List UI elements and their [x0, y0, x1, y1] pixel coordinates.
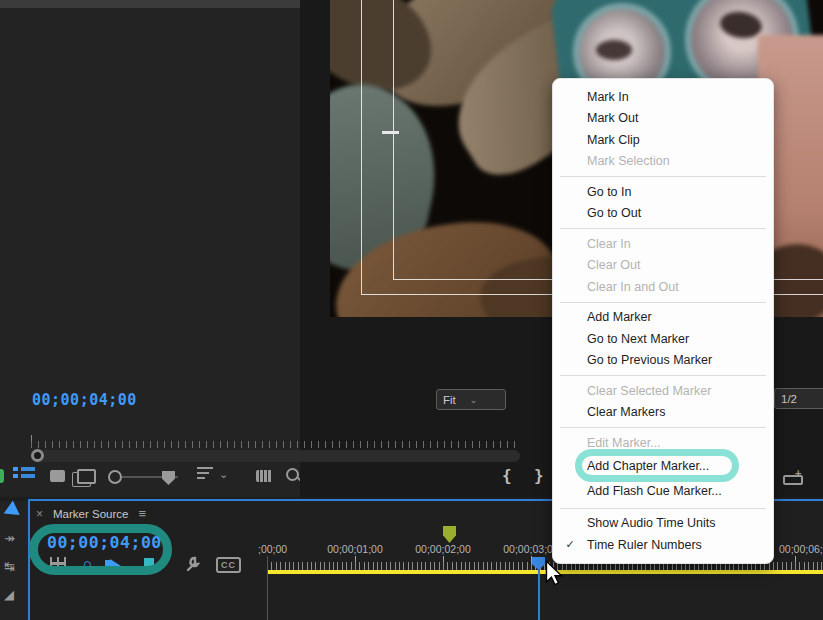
- menu-item-label: Mark Selection: [587, 154, 670, 168]
- menu-item-label: Add Chapter Marker...: [587, 459, 709, 473]
- menu-item-clear-out: Clear Out: [553, 255, 773, 277]
- monitor-time-ruler[interactable]: [31, 437, 521, 448]
- project-panel: ⌄: [0, 8, 300, 497]
- timeline-ruler-label: 00;00;06;00: [779, 543, 823, 555]
- menu-separator: [560, 228, 766, 229]
- project-readout-icon: [0, 469, 4, 483]
- sort-icon[interactable]: [197, 467, 213, 482]
- playback-resolution-dropdown[interactable]: 1/2: [774, 388, 823, 409]
- menu-item-label: Mark In: [587, 90, 629, 104]
- track-select-tool-icon[interactable]: ↠: [4, 531, 15, 546]
- zoom-level-value: Fit: [443, 391, 456, 409]
- menu-item-mark-in[interactable]: Mark In: [553, 86, 773, 108]
- timeline-ruler-label: 00;00;03;00: [503, 543, 558, 555]
- monitor-zoom-scrollbar[interactable]: [31, 450, 520, 462]
- menu-separator: [560, 427, 766, 428]
- menu-item-label: Clear Selected Marker: [587, 384, 711, 398]
- menu-item-label: Mark Clip: [587, 133, 640, 147]
- menu-item-add-chapter-marker[interactable]: Add Chapter Marker...: [553, 454, 773, 479]
- menu-item-label: Go to In: [587, 185, 631, 199]
- menu-separator: [560, 375, 766, 376]
- premiere-app-window: ⌄ 00;00;04;00 Fit ⌄ 1/2: [0, 0, 823, 620]
- timeline-timecode[interactable]: 00;00;04;00: [47, 533, 162, 552]
- list-view-icon[interactable]: [13, 467, 35, 481]
- panel-menu-icon[interactable]: ≡: [138, 506, 146, 521]
- playhead-line: [538, 568, 540, 620]
- timeline-ruler-label: ;00;00: [258, 543, 287, 555]
- captions-icon[interactable]: CC: [216, 557, 241, 573]
- menu-item-label: Mark Out: [587, 111, 638, 125]
- menu-item-label: Edit Marker...: [587, 436, 661, 450]
- selection-tool-icon[interactable]: [4, 500, 25, 521]
- zoom-slider-handle[interactable]: [108, 470, 122, 484]
- menu-item-go-to-in[interactable]: Go to In: [553, 181, 773, 203]
- chevron-down-icon: ⌄: [470, 391, 478, 409]
- timeline-panel-title[interactable]: Marker Source: [53, 508, 128, 520]
- menu-item-label: Add Marker: [587, 310, 652, 324]
- menu-item-label: Clear Out: [587, 258, 641, 272]
- menu-item-mark-clip[interactable]: Mark Clip: [553, 129, 773, 151]
- menu-item-add-flash-cue-marker[interactable]: Add Flash Cue Marker...: [553, 479, 773, 504]
- menu-separator: [560, 176, 766, 177]
- monitor-zoom-scrollbar-handle[interactable]: [31, 449, 44, 462]
- menu-item-go-to-out[interactable]: Go to Out: [553, 203, 773, 225]
- menu-item-label: Show Audio Time Units: [587, 516, 716, 530]
- timeline-ruler-label: 00;00;01;00: [327, 543, 382, 555]
- menu-item-label: Clear In: [587, 237, 631, 251]
- menu-item-add-marker[interactable]: Add Marker: [553, 307, 773, 329]
- timeline-tools-panel: ↠ ↹ ◢: [0, 501, 28, 620]
- menu-item-mark-selection: Mark Selection: [553, 151, 773, 173]
- ripple-edit-tool-icon[interactable]: ↹: [4, 559, 15, 574]
- mark-out-button[interactable]: }: [534, 466, 544, 485]
- safe-margin-center-tick: [382, 131, 399, 134]
- menu-item-edit-marker: Edit Marker...: [553, 432, 773, 454]
- menu-item-label: Time Ruler Numbers: [587, 538, 702, 552]
- menu-item-show-audio-time-units[interactable]: Show Audio Time Units: [553, 513, 773, 535]
- timeline-panel-header: × Marker Source ≡: [36, 506, 146, 521]
- menu-item-label: Clear In and Out: [587, 280, 679, 294]
- menu-item-go-to-previous-marker[interactable]: Go to Previous Marker: [553, 350, 773, 372]
- razor-tool-icon[interactable]: ◢: [4, 587, 14, 602]
- menu-item-clear-selected-marker: Clear Selected Marker: [553, 380, 773, 402]
- menu-item-go-to-next-marker[interactable]: Go to Next Marker: [553, 328, 773, 350]
- chevron-down-icon[interactable]: ⌄: [219, 468, 228, 481]
- icon-view-icon[interactable]: [50, 470, 65, 482]
- menu-item-time-ruler-numbers[interactable]: ✓Time Ruler Numbers: [553, 534, 773, 556]
- automate-to-sequence-icon[interactable]: [256, 470, 272, 482]
- freeform-view-icon[interactable]: [77, 469, 96, 484]
- menu-item-label: Go to Out: [587, 206, 641, 220]
- source-monitor-timecode[interactable]: 00;00;04;00: [32, 391, 137, 409]
- menu-separator: [560, 508, 766, 509]
- menu-item-label: Clear Markers: [587, 405, 666, 419]
- menu-item-clear-in: Clear In: [553, 233, 773, 255]
- button-editor-button[interactable]: +: [783, 469, 805, 486]
- menu-item-label: Go to Previous Marker: [587, 353, 712, 367]
- timeline-settings-wrench-icon[interactable]: [184, 556, 200, 572]
- close-panel-icon[interactable]: ×: [36, 507, 43, 521]
- checkmark-icon: ✓: [553, 538, 587, 551]
- menu-item-clear-in-and-out: Clear In and Out: [553, 276, 773, 298]
- sequence-start-line: [267, 556, 268, 620]
- menu-item-label: Add Flash Cue Marker...: [587, 484, 722, 498]
- menu-item-mark-out[interactable]: Mark Out: [553, 108, 773, 130]
- menu-item-label: Go to Next Marker: [587, 332, 689, 346]
- context-menu: Mark InMark OutMark ClipMark SelectionGo…: [552, 78, 774, 564]
- menu-separator: [560, 302, 766, 303]
- project-panel-tab-strip: [0, 0, 300, 8]
- mark-in-button[interactable]: {: [502, 466, 512, 485]
- zoom-level-dropdown[interactable]: Fit ⌄: [436, 389, 506, 410]
- menu-item-clear-markers[interactable]: Clear Markers: [553, 402, 773, 424]
- project-panel-toolbar: ⌄: [0, 457, 300, 497]
- mouse-cursor: [543, 560, 565, 586]
- timeline-ruler-label: 00;00;02;00: [415, 543, 470, 555]
- playback-resolution-value: 1/2: [781, 390, 797, 408]
